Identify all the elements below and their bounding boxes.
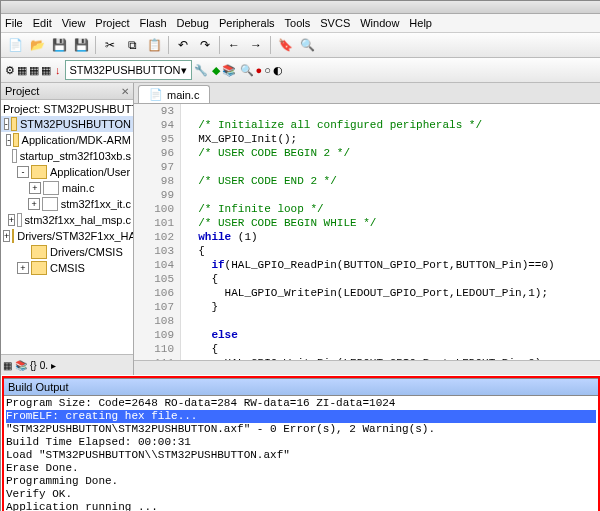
nav-back-icon[interactable]: ←: [224, 35, 244, 55]
kill-breakpoint-icon[interactable]: ○: [264, 64, 271, 76]
output-line: Load "STM32PUSHBUTTON\\STM32PUSHBUTTON.a…: [6, 449, 596, 462]
disable-breakpoint-icon[interactable]: ◐: [273, 64, 283, 77]
tree-item-label: stm32f1xx_it.c: [61, 198, 131, 210]
tree-twisty-icon[interactable]: +: [28, 198, 40, 210]
tree-root-label: Project: STM32PUSHBUTTON: [3, 103, 133, 115]
copy-icon[interactable]: ⧉: [122, 35, 142, 55]
tree-item[interactable]: +stm32f1xx_it.c: [1, 196, 133, 212]
undo-icon[interactable]: ↶: [173, 35, 193, 55]
project-tab-icon[interactable]: ▦: [3, 360, 12, 371]
output-line: Build Time Elapsed: 00:00:31: [6, 436, 596, 449]
books-icon[interactable]: 📚: [222, 64, 236, 77]
file-icon: [17, 213, 22, 227]
menu-svcs[interactable]: SVCS: [320, 17, 350, 29]
output-line: Application running ...: [6, 501, 596, 511]
build-toolbar: ⚙ ▦ ▦ ▦ ↓ STM32PUSHBUTTON ▾ 🔧 ◆ 📚 🔍 ● ○ …: [1, 58, 600, 83]
tree-item[interactable]: -Application/User: [1, 164, 133, 180]
code-area[interactable]: /* Initialize all configured peripherals…: [181, 104, 600, 360]
tree-item[interactable]: +Drivers/STM32F1xx_HAL_Driver: [1, 228, 133, 244]
main-toolbar: 📄 📂 💾 💾 ✂ ⧉ 📋 ↶ ↷ ← → 🔖 🔍: [1, 33, 600, 58]
tree-item[interactable]: +CMSIS: [1, 260, 133, 276]
translate-icon[interactable]: ⚙: [5, 64, 15, 77]
tree-twisty-icon[interactable]: -: [4, 118, 9, 130]
find-icon[interactable]: 🔍: [297, 35, 317, 55]
templates-tab-icon[interactable]: 0.: [40, 360, 48, 371]
nav-fwd-icon[interactable]: →: [246, 35, 266, 55]
options-icon[interactable]: 🔧: [194, 64, 208, 77]
insert-breakpoint-icon[interactable]: ●: [256, 64, 263, 76]
tree-item-label: STM32PUSHBUTTON: [20, 118, 131, 130]
file-icon: 📄: [149, 88, 163, 101]
folder-icon: [31, 261, 47, 275]
editor-pane: 📄 main.c 9394959697989910010110210310410…: [134, 83, 600, 375]
workspace: Project ✕ Project: STM32PUSHBUTTON -STM3…: [1, 83, 600, 375]
tree-item[interactable]: +main.c: [1, 180, 133, 196]
tree-item-label: CMSIS: [50, 262, 85, 274]
title-bar: [1, 1, 600, 14]
tree-twisty-icon[interactable]: +: [17, 262, 29, 274]
output-line: Verify OK.: [6, 488, 596, 501]
toolbar-separator: [168, 36, 169, 54]
menu-window[interactable]: Window: [360, 17, 399, 29]
open-icon[interactable]: 📂: [27, 35, 47, 55]
menu-flash[interactable]: Flash: [140, 17, 167, 29]
folder-icon: [12, 229, 14, 243]
project-pane-title: Project ✕: [1, 83, 133, 100]
target-name: STM32PUSHBUTTON: [70, 64, 181, 76]
batch-build-icon[interactable]: ▦: [41, 64, 51, 77]
save-all-icon[interactable]: 💾: [71, 35, 91, 55]
build-icon[interactable]: ▦: [17, 64, 27, 77]
output-line: Erase Done.: [6, 462, 596, 475]
build-output-title: Build Output: [4, 378, 598, 396]
new-file-icon[interactable]: 📄: [5, 35, 25, 55]
target-select[interactable]: STM32PUSHBUTTON ▾: [65, 60, 192, 80]
tree-item[interactable]: +stm32f1xx_hal_msp.c: [1, 212, 133, 228]
menu-tools[interactable]: Tools: [285, 17, 311, 29]
tree-item-label: main.c: [62, 182, 94, 194]
menu-debug[interactable]: Debug: [177, 17, 209, 29]
tree-item[interactable]: -Application/MDK-ARM: [1, 132, 133, 148]
close-icon[interactable]: ✕: [121, 86, 129, 97]
functions-tab-icon[interactable]: {}: [30, 360, 37, 371]
editor-tab-main-c[interactable]: 📄 main.c: [138, 85, 210, 103]
project-pane-tabs: ▦ 📚 {} 0. ▸: [1, 354, 133, 375]
build-output-highlight: Build Output Program Size: Code=2648 RO-…: [2, 376, 600, 511]
folder-icon: [11, 117, 17, 131]
books-tab-icon[interactable]: 📚: [15, 360, 27, 371]
tree-item[interactable]: startup_stm32f103xb.s: [1, 148, 133, 164]
menu-file[interactable]: File: [5, 17, 23, 29]
bookmark-icon[interactable]: 🔖: [275, 35, 295, 55]
redo-icon[interactable]: ↷: [195, 35, 215, 55]
menu-bar: File Edit View Project Flash Debug Perip…: [1, 14, 600, 33]
tree-twisty-icon[interactable]: -: [6, 134, 11, 146]
overflow-icon[interactable]: ▸: [51, 360, 56, 371]
tree-item[interactable]: Drivers/CMSIS: [1, 244, 133, 260]
tree-root[interactable]: Project: STM32PUSHBUTTON: [1, 102, 133, 116]
tree-item-label: Application/MDK-ARM: [22, 134, 131, 146]
menu-peripherals[interactable]: Peripherals: [219, 17, 275, 29]
tree-item[interactable]: -STM32PUSHBUTTON: [1, 116, 133, 132]
cut-icon[interactable]: ✂: [100, 35, 120, 55]
project-pane-label: Project: [5, 85, 39, 97]
menu-help[interactable]: Help: [409, 17, 432, 29]
output-line: Programming Done.: [6, 475, 596, 488]
build-output-body[interactable]: Program Size: Code=2648 RO-data=284 RW-d…: [4, 396, 598, 511]
horizontal-scrollbar[interactable]: [134, 360, 600, 375]
rebuild-icon[interactable]: ▦: [29, 64, 39, 77]
menu-view[interactable]: View: [62, 17, 86, 29]
download-icon[interactable]: ↓: [55, 64, 61, 76]
tree-twisty-icon[interactable]: +: [8, 214, 15, 226]
menu-project[interactable]: Project: [95, 17, 129, 29]
manage-rte-icon[interactable]: ◆: [212, 64, 220, 77]
output-line: FromELF: creating hex file...: [6, 410, 596, 423]
save-icon[interactable]: 💾: [49, 35, 69, 55]
tree-twisty-icon[interactable]: +: [29, 182, 41, 194]
menu-edit[interactable]: Edit: [33, 17, 52, 29]
debug-icon[interactable]: 🔍: [240, 64, 254, 77]
paste-icon[interactable]: 📋: [144, 35, 164, 55]
tree-twisty-icon[interactable]: +: [3, 230, 10, 242]
folder-icon: [31, 165, 47, 179]
code-editor[interactable]: 9394959697989910010110210310410510610710…: [134, 104, 600, 360]
tree-twisty-icon[interactable]: -: [17, 166, 29, 178]
project-tree[interactable]: Project: STM32PUSHBUTTON -STM32PUSHBUTTO…: [1, 100, 133, 354]
